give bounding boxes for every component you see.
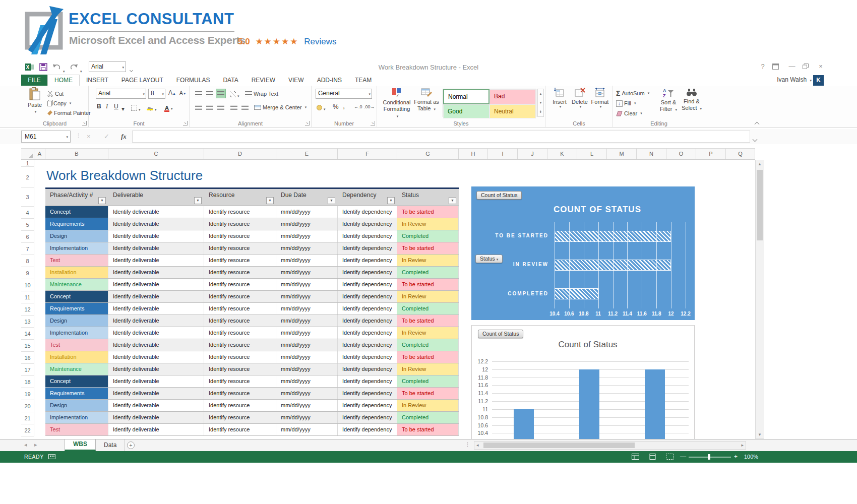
tab-formulas[interactable]: FORMULAS — [170, 75, 217, 86]
filter-dropdown-icon[interactable]: ▼ — [266, 197, 274, 204]
scroll-left-icon[interactable]: ◂ — [476, 443, 479, 448]
restore-icon[interactable] — [803, 64, 809, 69]
cell-phase[interactable]: Design — [45, 315, 108, 327]
chart-bar[interactable] — [555, 260, 671, 271]
cell-status[interactable]: To be started — [397, 351, 459, 363]
cell-dependency[interactable]: Identify dependency — [338, 242, 397, 254]
cell-dependency[interactable]: Identify dependency — [338, 230, 397, 242]
comma-style-icon[interactable]: , — [343, 101, 345, 110]
vertical-scrollbar[interactable]: ▴ ▾ — [755, 160, 764, 439]
cell-resource[interactable]: Identify resource — [204, 267, 276, 278]
align-left-icon[interactable] — [194, 102, 204, 112]
cell-resource[interactable]: Identify resource — [204, 351, 276, 363]
cell-dependency[interactable]: Identify dependency — [338, 267, 397, 278]
row-header-17[interactable]: 17 — [21, 364, 34, 376]
row-header-7[interactable]: 7 — [21, 243, 34, 255]
cell-dependency[interactable]: Identify dependency — [338, 279, 397, 290]
font-size-select[interactable]: 8▾ — [148, 89, 165, 99]
number-format-select[interactable]: General▾ — [316, 89, 372, 99]
cell-due-date[interactable]: mm/dd/yyyy — [276, 255, 338, 266]
new-sheet-icon[interactable]: + — [127, 442, 135, 449]
cell-phase[interactable]: Concept — [45, 206, 108, 218]
cell-status[interactable]: Completed — [397, 339, 459, 351]
cell-due-date[interactable]: mm/dd/yyyy — [276, 230, 338, 242]
cell-status[interactable]: Completed — [397, 230, 459, 242]
row-header-1[interactable]: 1 — [21, 160, 34, 167]
tab-file[interactable]: FILE — [21, 75, 47, 86]
cell-dependency[interactable]: Identify dependency — [338, 327, 397, 339]
borders-icon[interactable]: ▾ — [131, 104, 141, 113]
cell-phase[interactable]: Requirements — [45, 218, 108, 230]
cell-status[interactable]: In Review — [397, 255, 459, 266]
cell-status[interactable]: To be started — [397, 315, 459, 327]
macro-record-icon[interactable] — [48, 454, 55, 460]
top-align-icon[interactable] — [194, 89, 204, 98]
row-header-3[interactable]: 3 — [21, 188, 34, 207]
insert-cells-button[interactable]: Insert▾ — [549, 88, 570, 109]
cell-due-date[interactable]: mm/dd/yyyy — [276, 412, 338, 423]
tab-splitter-icon[interactable]: ⋮ — [465, 442, 470, 448]
bottom-align-icon[interactable] — [216, 89, 226, 98]
cell-dependency[interactable]: Identify dependency — [338, 388, 397, 399]
fill-button[interactable]: ↓Fill▾ — [616, 99, 636, 108]
worksheet[interactable]: 12345678910111213141516171819202122 Work… — [21, 160, 755, 439]
cell-phase[interactable]: Test — [45, 339, 108, 351]
row-header-16[interactable]: 16 — [21, 352, 34, 364]
filter-dropdown-icon[interactable]: ▼ — [387, 197, 395, 204]
underline-button[interactable]: U — [114, 103, 118, 110]
cell-phase[interactable]: Test — [45, 255, 108, 266]
cell-deliverable[interactable]: Identify deliverable — [108, 351, 204, 363]
cell-deliverable[interactable]: Identify deliverable — [108, 303, 204, 314]
chart-bar[interactable] — [579, 369, 599, 439]
cell-deliverable[interactable]: Identify deliverable — [108, 206, 204, 218]
format-as-table-button[interactable]: Format as Table ▾ — [412, 88, 441, 112]
column-header-b[interactable]: B — [45, 149, 108, 159]
decrease-decimal-icon[interactable]: .00→ — [364, 104, 375, 109]
align-right-icon[interactable] — [216, 102, 226, 112]
pivot-field-button[interactable]: Count of Status — [476, 191, 522, 200]
cell-due-date[interactable]: mm/dd/yyyy — [276, 242, 338, 254]
autosum-button[interactable]: ΣAutoSum▾ — [616, 89, 649, 98]
cell-status[interactable]: In Review — [397, 400, 459, 411]
cell-due-date[interactable]: mm/dd/yyyy — [276, 291, 338, 302]
cell-status[interactable]: To be started — [397, 242, 459, 254]
cell-deliverable[interactable]: Identify deliverable — [108, 424, 204, 435]
cell-status[interactable]: To be started — [397, 388, 459, 399]
tab-view[interactable]: VIEW — [282, 75, 311, 86]
column-header-k[interactable]: K — [547, 149, 577, 159]
cell-resource[interactable]: Identify resource — [204, 230, 276, 242]
dialog-launcher-icon[interactable]: ↘ — [82, 121, 87, 125]
wrap-text-button[interactable]: Wrap Text — [245, 89, 278, 98]
scroll-down-icon[interactable]: ▾ — [756, 432, 764, 437]
tab-review[interactable]: REVIEW — [245, 75, 282, 86]
column-header-a[interactable]: A — [34, 149, 45, 159]
zoom-in-icon[interactable]: + — [734, 453, 738, 460]
cell-dependency[interactable]: Identify dependency — [338, 351, 397, 363]
cell-status[interactable]: To be started — [397, 424, 459, 435]
format-cells-button[interactable]: Format▾ — [590, 88, 610, 109]
enter-formula-icon[interactable]: ✓ — [104, 133, 109, 140]
filter-dropdown-icon[interactable]: ▼ — [98, 197, 106, 204]
column-header-c[interactable]: C — [108, 149, 204, 159]
cell-style-good[interactable]: Good — [443, 104, 489, 118]
column-header-n[interactable]: N — [637, 149, 666, 159]
cell-due-date[interactable]: mm/dd/yyyy — [276, 351, 338, 363]
zoom-level[interactable]: 100% — [744, 454, 758, 460]
column-header-d[interactable]: D — [204, 149, 276, 159]
signed-in-user[interactable]: Ivan Walsh ▾ — [777, 76, 812, 83]
cell-dependency[interactable]: Identify dependency — [338, 291, 397, 302]
cell-due-date[interactable]: mm/dd/yyyy — [276, 375, 338, 387]
sheet-tab-wbs[interactable]: WBS — [65, 439, 96, 451]
column-header-g[interactable]: G — [397, 149, 459, 159]
sort-filter-button[interactable]: A Z Sort & Filter ▾ — [657, 88, 680, 113]
font-color-icon[interactable]: A▾ — [164, 103, 172, 112]
ribbon-display-options-icon[interactable] — [772, 64, 779, 70]
select-all-corner[interactable] — [21, 149, 34, 159]
row-header-10[interactable]: 10 — [21, 279, 34, 291]
column-header-o[interactable]: O — [666, 149, 696, 159]
vertical-scroll-thumb[interactable] — [757, 170, 763, 240]
column-header-e[interactable]: E — [276, 149, 338, 159]
cell-deliverable[interactable]: Identify deliverable — [108, 375, 204, 387]
close-icon[interactable]: × — [815, 62, 826, 70]
gallery-scroll-icons[interactable]: ▴▾⇟ — [537, 89, 544, 117]
